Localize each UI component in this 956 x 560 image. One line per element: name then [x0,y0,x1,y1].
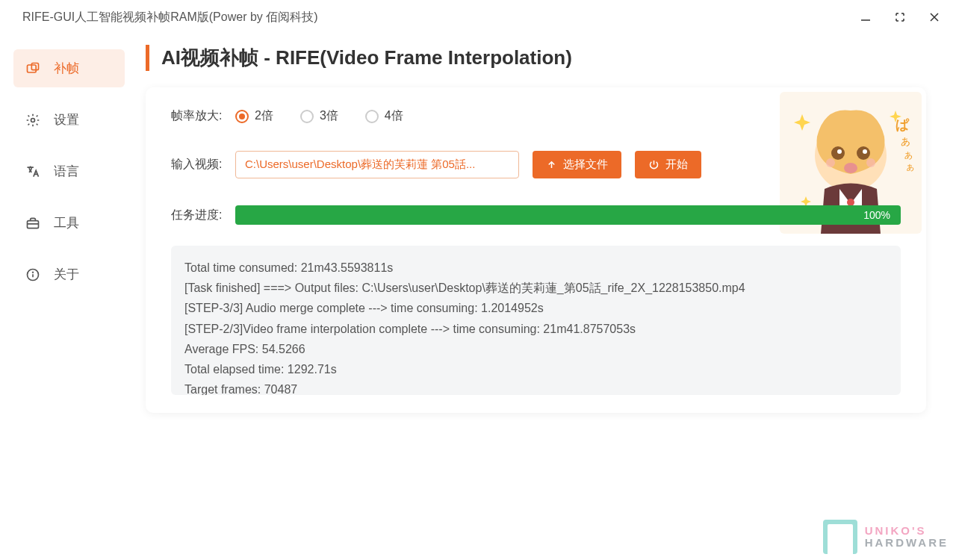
info-icon [25,267,40,282]
watermark-text: UNIKO'S HARDWARE [865,525,949,550]
progress-bar: 100% [235,205,901,225]
svg-point-3 [31,118,35,122]
sidebar-item-tools[interactable]: 工具 [13,204,125,242]
power-icon [648,159,659,170]
radio-label: 2倍 [255,108,273,124]
sidebar-item-label: 设置 [54,111,79,128]
radio-4x[interactable]: 4倍 [365,108,403,124]
svg-point-7 [33,272,34,273]
toolbox-icon [25,216,40,231]
upload-icon [546,159,557,170]
log-line: Total elapsed time: 1292.71s [184,359,887,379]
sidebar-item-label: 关于 [54,266,79,283]
svg-point-14 [844,163,857,173]
radio-label: 4倍 [385,108,403,124]
window-controls [859,10,941,24]
svg-point-15 [826,158,835,167]
radio-circle-icon [235,110,249,123]
sidebar-item-settings[interactable]: 设置 [13,101,125,139]
window-title: RIFE-GUI人工智能视频补帧RAM版(Power by 佰阅科技) [22,10,318,25]
gear-icon [25,113,40,128]
sidebar-item-label: 补帧 [54,60,79,77]
sidebar-item-label: 工具 [54,214,79,231]
frame-rate-options: 2倍 3倍 4倍 [235,108,403,124]
svg-point-16 [866,158,875,167]
log-line: [STEP-3/3] Audio merge complete ---> tim… [184,298,887,318]
sidebar-item-language[interactable]: 语言 [13,152,125,190]
interpolate-icon [25,61,40,76]
progress-percent: 100% [863,209,890,221]
titlebar: RIFE-GUI人工智能视频补帧RAM版(Power by 佰阅科技) [0,0,956,34]
radio-circle-icon [365,110,379,123]
frame-rate-label: 帧率放大: [171,108,235,124]
log-line: [Task finished] ===> Output files: C:\Us… [184,278,887,298]
video-path-input[interactable]: C:\Users\user\Desktop\葬送的芙莉蓮 第05話... [235,151,519,178]
svg-point-13 [863,149,867,154]
page-title: AI视频补帧 - RIFE(Video Frame Interpolation) [146,45,926,71]
watermark-logo [823,520,857,554]
sidebar-item-about[interactable]: 关于 [13,255,125,293]
radio-3x[interactable]: 3倍 [300,108,338,124]
translate-icon [25,164,40,179]
log-line: Average FPS: 54.5266 [184,339,887,359]
button-label: 开始 [665,158,688,172]
start-button[interactable]: 开始 [635,151,701,178]
log-line: [STEP-2/3]Video frame interpolation comp… [184,319,887,339]
sidebar-item-interpolate[interactable]: 补帧 [13,49,125,87]
radio-label: 3倍 [320,108,338,124]
svg-rect-2 [31,63,38,69]
maximize-button[interactable] [893,10,907,24]
sidebar-item-label: 语言 [54,163,79,180]
log-line: Total time consumed: 21m43.5593811s [184,258,887,278]
progress-label: 任务进度: [171,208,235,223]
main-content: AI视频补帧 - RIFE(Video Frame Interpolation)… [138,34,956,560]
log-line: Target frames: 70487 [184,379,887,395]
sidebar: 补帧 设置 语言 工具 关于 [0,34,138,560]
progress-row: 任务进度: 100% [171,205,901,225]
minimize-button[interactable] [859,10,872,24]
log-output[interactable]: Total time consumed: 21m43.5593811s [Tas… [171,246,901,395]
button-label: 选择文件 [563,158,608,172]
svg-text:ぁ: ぁ [903,148,913,160]
svg-text:ぱ: ぱ [896,117,910,132]
svg-text:ぁ: ぁ [905,161,915,172]
svg-text:ぁ: ぁ [899,134,911,147]
watermark: UNIKO'S HARDWARE [823,520,949,554]
radio-2x[interactable]: 2倍 [235,108,273,124]
select-file-button[interactable]: 选择文件 [533,151,621,178]
radio-circle-icon [300,110,314,123]
main-card: ぱ ぁ ぁ ぁ 帧率放大: 2倍 [146,87,926,413]
input-video-label: 输入视频: [171,157,235,172]
svg-point-11 [837,149,842,154]
close-button[interactable] [928,10,941,24]
